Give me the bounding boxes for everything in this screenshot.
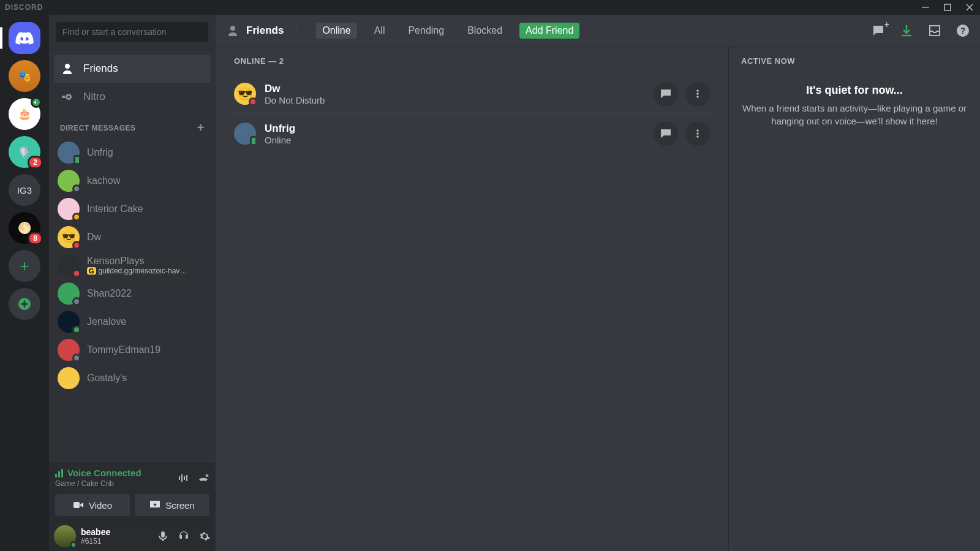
svg-point-20 [696,129,699,132]
guild-g4[interactable]: IG3 [9,174,40,206]
video-button[interactable]: Video [55,494,130,516]
window-controls [920,4,975,11]
guild-g1[interactable]: 🎭 [9,60,40,92]
svg-point-21 [696,132,699,135]
svg-point-22 [696,135,699,138]
dm-name: Jenalove [87,316,126,327]
dm-item[interactable]: Unfrig [54,139,211,167]
add-server-button[interactable]: + [9,250,40,282]
settings-button[interactable] [198,530,211,542]
close-button[interactable] [964,4,975,11]
dm-name: kachow [87,175,120,186]
minimize-button[interactable] [920,4,931,11]
screen-share-button[interactable]: Screen [135,494,209,516]
guild-g3[interactable]: 🛡️2 [9,136,40,168]
top-tab-pending[interactable]: Pending [402,23,450,39]
video-icon [73,500,84,511]
friend-status: Online [265,135,295,145]
dm-header-label: DIRECT MESSAGES [60,124,136,132]
svg-point-4 [67,96,70,98]
add-friend-button[interactable]: Add Friend [519,23,579,39]
main-content: Friends OnlineAllPendingBlockedAdd Frien… [216,15,980,551]
svg-rect-13 [74,502,80,508]
friend-row[interactable]: UnfrigOnline [228,113,716,153]
svg-point-19 [696,96,699,98]
svg-point-18 [696,93,699,95]
tab-nitro[interactable]: Nitro [54,83,211,111]
guild-g2[interactable]: 🎂 [9,98,40,130]
explore-button[interactable] [9,288,40,320]
dm-name: Unfrig [87,147,113,158]
inbox-button[interactable] [927,23,942,38]
new-dm-button[interactable]: + [197,121,205,135]
svg-point-17 [696,89,699,92]
dm-name: KensonPlays [87,256,187,267]
guild-g5[interactable]: 🌕8 [9,212,40,244]
dm-item[interactable]: Shan2022 [54,279,211,308]
top-tab-all[interactable]: All [368,23,391,39]
mute-button[interactable] [157,530,169,542]
dm-item[interactable]: Gostaly's [54,364,211,392]
dm-item[interactable]: Interior Cake [54,195,211,223]
dm-item[interactable]: KensonPlaysG guilded.gg/mesozoic-hav… [54,251,211,279]
tab-nitro-label: Nitro [83,91,105,103]
active-now-panel: ACTIVE NOW It's quiet for now... When a … [729,47,980,551]
friends-icon [225,23,240,38]
svg-rect-5 [62,96,65,98]
top-tab-blocked[interactable]: Blocked [461,23,508,39]
dm-name: Interior Cake [87,203,143,215]
active-now-empty-title: It's quiet for now... [741,84,968,97]
svg-rect-12 [186,475,187,481]
voice-status[interactable]: Voice Connected [55,468,141,478]
friend-name: Unfrig [265,123,295,135]
svg-text:?: ? [960,26,966,36]
user-panel: beabee #6151 [49,522,216,551]
noise-suppress-button[interactable] [178,472,190,484]
active-now-title: ACTIVE NOW [741,56,968,66]
top-tab-online[interactable]: Online [316,23,356,39]
guild-home[interactable] [9,22,40,54]
svg-rect-6 [55,474,57,477]
dm-sidebar: Friends Nitro DIRECT MESSAGES + Unfrigka… [49,15,216,551]
voice-panel: Voice Connected Game / Cake Crib Video [49,463,216,522]
app-brand: DISCORD [5,3,43,12]
top-bar: Friends OnlineAllPendingBlockedAdd Frien… [216,15,980,47]
voice-channel[interactable]: Game / Cake Crib [55,479,141,488]
more-button[interactable] [685,82,710,106]
dm-subtext: G guilded.gg/mesozoic-hav… [87,267,187,275]
nitro-icon [60,89,75,104]
maximize-button[interactable] [942,4,953,11]
guilds-bar: 🎭🎂🛡️2IG3🌕8+ [0,15,49,551]
friend-name: Dw [265,83,325,95]
more-button[interactable] [685,121,710,146]
help-button[interactable]: ? [956,23,970,38]
deafen-button[interactable] [178,530,190,542]
new-group-dm-button[interactable]: + [871,23,886,38]
download-button[interactable] [899,23,914,38]
svg-rect-1 [944,4,951,10]
user-avatar[interactable] [54,525,76,547]
active-now-empty-body: When a friend starts an activity—like pl… [741,102,968,127]
dm-item[interactable]: kachow [54,167,211,195]
svg-rect-8 [61,469,63,477]
friends-list: ONLINE — 2 😎DwDo Not DisturbUnfrigOnline [216,47,729,551]
friend-row[interactable]: 😎DwDo Not Disturb [228,74,716,113]
svg-rect-0 [922,7,929,8]
friends-heading: Friends [225,23,284,38]
friend-status: Do Not Disturb [265,95,325,105]
disconnect-button[interactable] [197,472,209,484]
dm-item[interactable]: 😎Dw [54,223,211,251]
dm-item[interactable]: TommyEdman19 [54,336,211,364]
online-count-label: ONLINE — 2 [228,56,716,66]
message-button[interactable] [654,121,678,146]
dm-name: Gostaly's [87,373,127,384]
title-bar: DISCORD [0,0,980,15]
dm-name: Shan2022 [87,288,132,299]
user-tag: #6151 [81,537,110,545]
dm-item[interactable]: Jenalove [54,308,211,336]
signal-icon [55,469,64,477]
tab-friends[interactable]: Friends [54,55,211,83]
message-button[interactable] [654,82,678,106]
svg-rect-7 [58,471,60,477]
search-input[interactable] [56,22,208,42]
